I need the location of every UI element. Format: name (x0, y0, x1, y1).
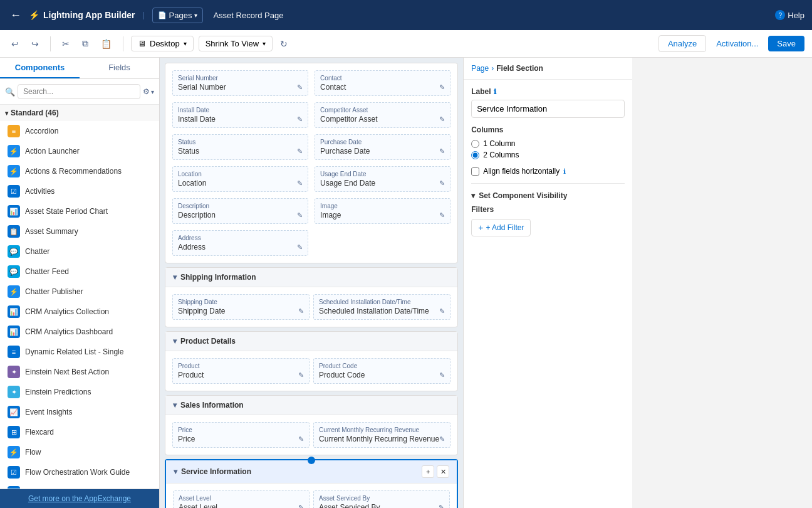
sidebar-item-activities[interactable]: ☑ Activities (0, 181, 159, 201)
radio-1-column-input[interactable] (471, 140, 479, 148)
product-code-edit[interactable]: ✎ (439, 371, 445, 379)
serial-edit[interactable]: ✎ (297, 83, 303, 92)
pages-label: Pages (169, 11, 192, 20)
tab-fields[interactable]: Fields (80, 58, 159, 78)
sidebar-item-flow-orchestration[interactable]: ☑ Flow Orchestration Work Guide (0, 462, 159, 482)
description-edit[interactable]: ✎ (297, 211, 303, 220)
cut-button[interactable]: ✂ (58, 36, 73, 51)
location-edit[interactable]: ✎ (297, 179, 303, 188)
pages-button[interactable]: 📄 Pages ▾ (152, 8, 204, 23)
usage-end-edit[interactable]: ✎ (439, 179, 445, 188)
desktop-dropdown[interactable]: 🖥 Desktop ▾ (131, 36, 194, 51)
product-edit[interactable]: ✎ (298, 371, 304, 379)
drag-handle-top[interactable] (308, 457, 315, 464)
sidebar-item-chatter-publisher[interactable]: ⚡ Chatter Publisher (0, 282, 159, 302)
sidebar-item-event-insights[interactable]: 📈 Event Insights (0, 402, 159, 422)
install-edit[interactable]: ✎ (297, 115, 303, 124)
sidebar-item-highlights-panel[interactable]: ◉ Highlights Panel (0, 482, 159, 489)
sidebar-item-asset-state-chart[interactable]: 📊 Asset State Period Chart (0, 201, 159, 221)
shipping-section-header[interactable]: ▾ Shipping Information (165, 268, 457, 287)
radio-2-columns[interactable]: 2 Columns (471, 151, 625, 159)
pages-chevron: ▾ (194, 12, 197, 19)
save-button[interactable]: Save (768, 36, 804, 51)
sidebar-item-flow[interactable]: ⚡ Flow (0, 442, 159, 462)
shrink-dropdown[interactable]: Shrink To View ▾ (199, 36, 273, 51)
product-code-label: Product Code (319, 362, 445, 369)
visibility-header[interactable]: ▾ Set Component Visibility (471, 191, 625, 200)
radio-1-column[interactable]: 1 Column (471, 139, 625, 148)
asset-level-label: Asset Level (179, 495, 304, 502)
align-fields-checkbox[interactable]: Align fields horizontally ℹ (471, 167, 625, 176)
sidebar-section-standard[interactable]: ▾ Standard (46) (0, 105, 159, 121)
shipping-date-edit[interactable]: ✎ (298, 307, 304, 315)
scheduled-install-edit[interactable]: ✎ (439, 307, 445, 315)
filters-label: Filters (471, 205, 625, 214)
sidebar-item-chatter[interactable]: 💬 Chatter (0, 241, 159, 262)
radio-2-columns-input[interactable] (471, 151, 479, 159)
add-filter-button[interactable]: + + Add Filter (471, 219, 531, 236)
status-edit[interactable]: ✎ (297, 147, 303, 156)
label-info-icon[interactable]: ℹ (494, 88, 496, 96)
settings-button[interactable]: ⚙ ▾ (143, 87, 154, 96)
price-edit[interactable]: ✎ (298, 435, 304, 443)
competitor-edit[interactable]: ✎ (439, 115, 445, 124)
sales-section: ▾ Sales Information Price Price✎ Current… (165, 395, 458, 455)
product-fields: Product Product✎ Product Code Product Co… (165, 351, 457, 391)
paste-button[interactable]: 📋 (97, 36, 115, 51)
product-section-header[interactable]: ▾ Product Details (165, 332, 457, 351)
purchase-edit[interactable]: ✎ (439, 147, 445, 156)
address-field: Address Address✎ (172, 230, 308, 256)
sidebar-item-einstein-predictions[interactable]: ✦ Einstein Predictions (0, 382, 159, 402)
copy-button[interactable]: ⧉ (78, 36, 92, 51)
sidebar-item-flexcard[interactable]: ⊞ Flexcard (0, 422, 159, 442)
address-edit[interactable]: ✎ (297, 243, 303, 251)
sidebar-item-crm-analytics-collection[interactable]: 📊 CRM Analytics Collection (0, 302, 159, 322)
flow-orch-icon: ☑ (8, 466, 20, 479)
dynamic-related-label: Dynamic Related List - Single (25, 347, 123, 356)
columns-heading: Columns (471, 125, 625, 134)
monthly-revenue-edit[interactable]: ✎ (439, 435, 445, 443)
refresh-button[interactable]: ↻ (278, 36, 290, 51)
activation-button[interactable]: Activation... (711, 36, 763, 51)
sidebar-item-chatter-feed[interactable]: 💬 Chatter Feed (0, 262, 159, 282)
contact-edit[interactable]: ✎ (439, 83, 445, 92)
sidebar-item-action-launcher[interactable]: ⚡ Action Launcher (0, 141, 159, 161)
sidebar-item-dynamic-related-list[interactable]: ≡ Dynamic Related List - Single (0, 342, 159, 362)
visibility-chevron: ▾ (471, 191, 475, 200)
image-edit[interactable]: ✎ (439, 211, 445, 220)
tab-components[interactable]: Components (0, 58, 80, 78)
label-input[interactable] (471, 100, 625, 118)
sidebar-item-accordion[interactable]: ≡ Accordion (0, 121, 159, 141)
service-action-btn-2[interactable]: ✕ (437, 465, 449, 478)
sidebar-item-actions-recommendations[interactable]: ⚡ Actions & Recommendations (0, 161, 159, 181)
align-checkbox-input[interactable] (471, 167, 479, 176)
breadcrumb-page[interactable]: Page (471, 64, 489, 73)
sidebar-item-asset-summary[interactable]: 📋 Asset Summary (0, 221, 159, 241)
product-code-field: Product Code Product Code✎ (313, 358, 450, 384)
sidebar: Components Fields 🔍 ⚙ ▾ ▾ Standard (46) … (0, 58, 160, 508)
analyze-button[interactable]: Analyze (658, 35, 706, 52)
back-button[interactable]: ← (8, 6, 24, 24)
sales-section-header[interactable]: ▾ Sales Information (165, 396, 457, 415)
asset-level-edit[interactable]: ✎ (298, 504, 304, 509)
sidebar-item-einstein-next-best[interactable]: ✦ Einstein Next Best Action (0, 362, 159, 382)
undo-button[interactable]: ↩ (8, 36, 23, 51)
price-label: Price (178, 426, 304, 433)
product-value: Product✎ (178, 371, 304, 379)
service-fields: Asset Level Asset Level✎ Asset Serviced … (166, 484, 457, 508)
product-chevron: ▾ (173, 337, 177, 346)
breadcrumb-current: Field Section (496, 64, 543, 73)
toolbar-separator-1 (50, 36, 51, 51)
appexchange-link[interactable]: Get more on the AppExchange (5, 494, 154, 503)
redo-button[interactable]: ↪ (28, 36, 43, 51)
align-info-icon[interactable]: ℹ (563, 167, 566, 176)
search-input[interactable] (18, 84, 140, 99)
install-label: Install Date (178, 107, 303, 114)
sidebar-item-crm-analytics-dashboard[interactable]: 📊 CRM Analytics Dashboard (0, 322, 159, 342)
help-button[interactable]: ? Help (775, 10, 804, 20)
event-insights-icon: 📈 (8, 406, 20, 418)
asset-serviced-by-edit[interactable]: ✎ (439, 504, 444, 509)
competitor-label: Competitor Asset (320, 107, 445, 114)
flow-icon: ⚡ (8, 446, 20, 458)
service-action-btn-1[interactable]: + (422, 465, 434, 478)
